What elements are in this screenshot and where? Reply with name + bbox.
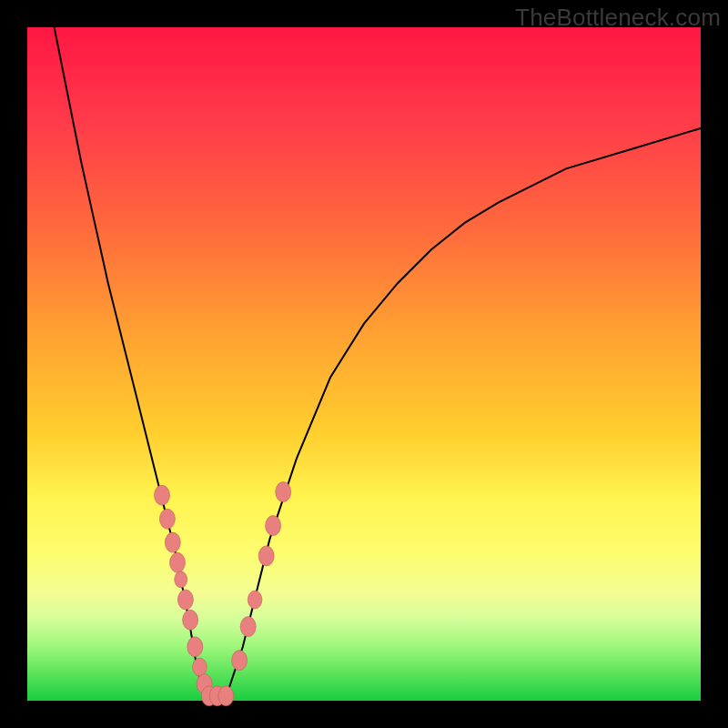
data-marker — [258, 546, 274, 566]
data-marker — [187, 637, 203, 657]
data-marker — [266, 516, 281, 536]
chart-container: TheBottleneck.com — [0, 0, 728, 728]
data-marker — [183, 610, 198, 630]
curve-svg — [27, 27, 701, 701]
data-marker — [276, 482, 291, 502]
data-marker — [232, 651, 248, 671]
data-marker — [193, 658, 207, 676]
data-marker — [159, 509, 175, 529]
data-marker — [218, 686, 234, 706]
data-marker — [240, 617, 256, 637]
data-marker — [248, 591, 262, 609]
data-marker — [170, 552, 186, 572]
data-marker — [177, 590, 193, 610]
plot-area — [27, 27, 701, 701]
data-markers — [155, 482, 291, 706]
data-marker — [165, 532, 180, 552]
data-marker — [155, 485, 170, 505]
bottleneck-curve — [55, 27, 701, 701]
data-marker — [175, 571, 187, 588]
